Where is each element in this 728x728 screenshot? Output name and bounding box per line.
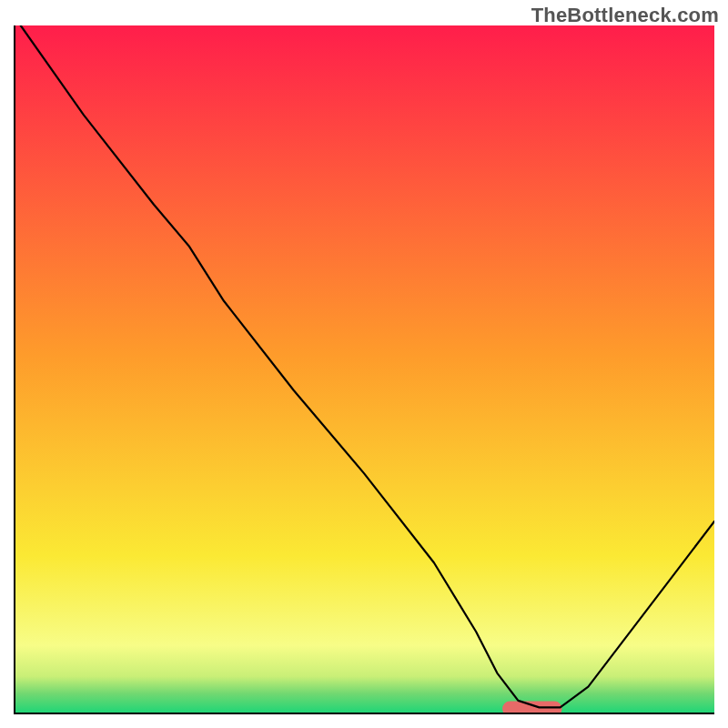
- watermark-text: TheBottleneck.com: [531, 4, 719, 27]
- chart-plot: [14, 25, 714, 714]
- chart-container: TheBottleneck.com: [0, 0, 728, 728]
- chart-svg: [14, 25, 714, 714]
- chart-background: [14, 25, 714, 714]
